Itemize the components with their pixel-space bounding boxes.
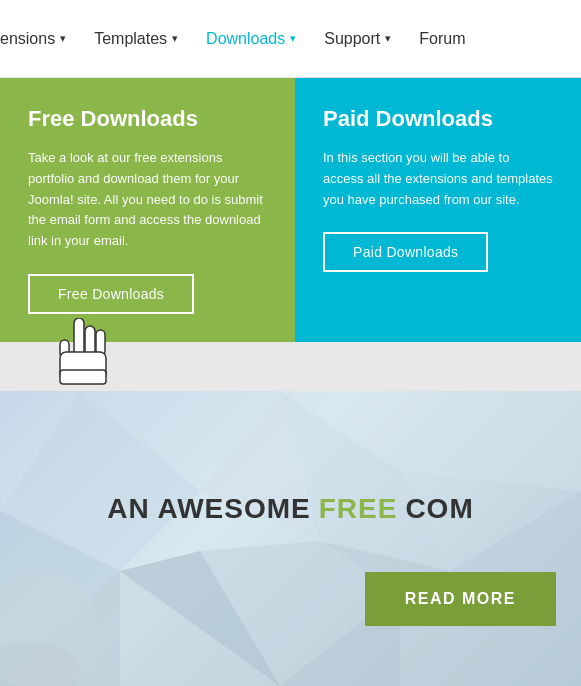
nav-item-forum[interactable]: Forum — [405, 0, 479, 77]
hero-section: AN AWESOME FREE COM READ MORE — [0, 391, 581, 686]
nav-item-downloads[interactable]: Downloads ▾ — [192, 0, 310, 77]
chevron-down-icon: ▾ — [60, 32, 66, 45]
nav-item-templates[interactable]: Templates ▾ — [80, 0, 192, 77]
hero-text-container: AN AWESOME FREE COM — [107, 493, 473, 525]
read-more-button[interactable]: READ MORE — [365, 572, 556, 626]
hero-text-after: COM — [405, 493, 473, 525]
free-downloads-button[interactable]: Free Downloads — [28, 274, 194, 314]
free-downloads-panel: Free Downloads Take a look at our free e… — [0, 78, 295, 342]
nav-label-downloads: Downloads — [206, 30, 285, 48]
svg-rect-3 — [60, 340, 69, 358]
paid-downloads-button[interactable]: Paid Downloads — [323, 232, 488, 272]
free-downloads-title: Free Downloads — [28, 106, 267, 132]
chevron-down-icon: ▾ — [385, 32, 391, 45]
navbar: ensions ▾ Templates ▾ Downloads ▾ Suppor… — [0, 0, 581, 78]
nav-item-extensions[interactable]: ensions ▾ — [0, 0, 80, 77]
nav-label-forum: Forum — [419, 30, 465, 48]
nav-item-support[interactable]: Support ▾ — [310, 0, 405, 77]
hero-text-before: AN AWESOME — [107, 493, 310, 525]
downloads-dropdown: Free Downloads Take a look at our free e… — [0, 78, 581, 342]
nav-label-extensions: ensions — [0, 30, 55, 48]
free-downloads-description: Take a look at our free extensions portf… — [28, 148, 267, 252]
paid-downloads-description: In this section you will be able to acce… — [323, 148, 553, 210]
hero-text-highlight: FREE — [319, 493, 398, 525]
nav-label-templates: Templates — [94, 30, 167, 48]
hero-background — [0, 391, 581, 686]
nav-label-support: Support — [324, 30, 380, 48]
svg-rect-4 — [60, 352, 106, 380]
paid-downloads-panel: Paid Downloads In this section you will … — [295, 78, 581, 342]
svg-rect-5 — [60, 370, 106, 384]
paid-downloads-title: Paid Downloads — [323, 106, 553, 132]
chevron-down-icon: ▾ — [172, 32, 178, 45]
chevron-down-icon: ▾ — [290, 32, 296, 45]
